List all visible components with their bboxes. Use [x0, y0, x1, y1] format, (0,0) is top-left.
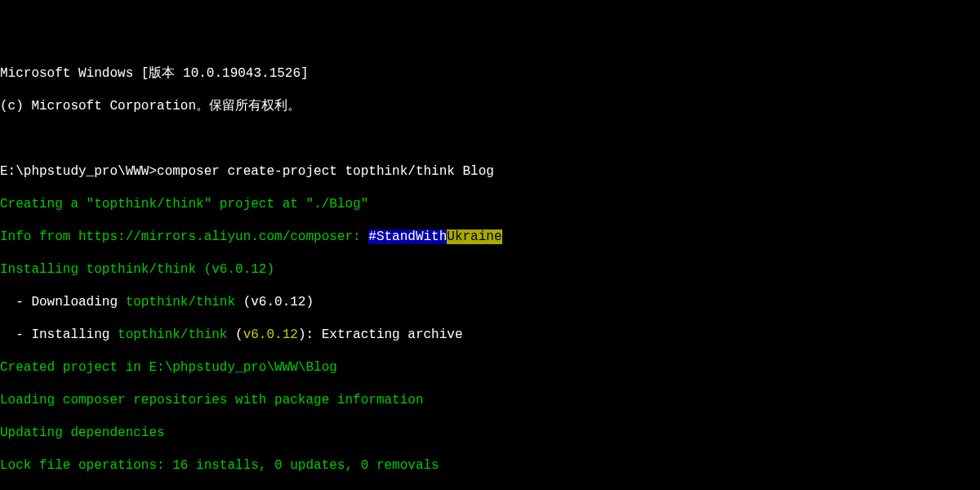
stand-with: #StandWith [368, 229, 447, 244]
info-line: Info from https://mirrors.aliyun.com/com… [0, 229, 980, 245]
copyright: (c) Microsoft Corporation。保留所有权利。 [0, 98, 980, 114]
inst-prefix: - Installing [0, 327, 118, 342]
created-project: Created project in E:\phpstudy_pro\WWW\B… [0, 359, 980, 376]
windows-version: Microsoft Windows [版本 10.0.19043.1526] [0, 65, 980, 82]
inst-version: v6.0.12 [243, 327, 298, 342]
inst-paren-open: ( [227, 327, 243, 342]
downloading-line: - Downloading topthink/think (v6.0.12) [0, 294, 980, 310]
command-text: composer create-project topthink/think B… [157, 164, 494, 179]
info-prefix: Info from https://mirrors.aliyun.com/com… [0, 229, 368, 244]
terminal-output[interactable]: Microsoft Windows [版本 10.0.19043.1526] (… [0, 49, 980, 490]
ukraine: Ukraine [447, 229, 501, 244]
dl-prefix: - Downloading [0, 295, 126, 310]
inst-package: topthink/think [118, 327, 227, 342]
lock-operations: Lock file operations: 16 installs, 0 upd… [0, 457, 980, 474]
installing-header: Installing topthink/think (v6.0.12) [0, 261, 980, 278]
dl-version: (v6.0.12) [235, 295, 314, 310]
installing-line: - Installing topthink/think (v6.0.12): E… [0, 327, 980, 343]
command-line: E:\phpstudy_pro\WWW>composer create-proj… [0, 163, 980, 180]
creating-project: Creating a "topthink/think" project at "… [0, 196, 980, 212]
prompt: E:\phpstudy_pro\WWW> [0, 164, 157, 179]
updating-deps: Updating dependencies [0, 425, 980, 441]
inst-close: ): Extracting archive [298, 327, 463, 342]
blank-line [0, 131, 980, 147]
dl-package: topthink/think [126, 295, 235, 310]
loading-repos: Loading composer repositories with packa… [0, 392, 980, 408]
